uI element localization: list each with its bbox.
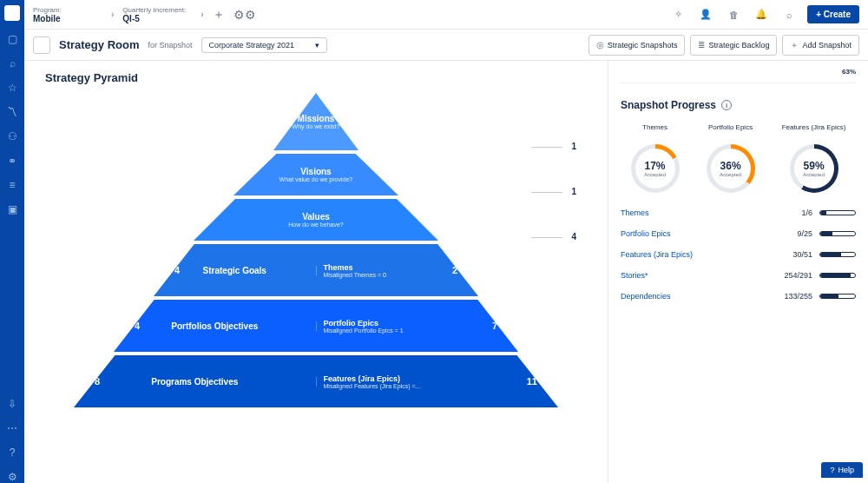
progress-row: Features (Jira Epics) 30/51 [621,250,856,259]
page-title: Strategy Room [59,38,139,51]
create-button[interactable]: + Create [807,5,859,23]
pyramid-level-programs[interactable]: 8 Programs Objectives Features (Jira Epi… [74,355,558,407]
camera-icon: ◎ [596,40,604,50]
strategic-backlog-button[interactable]: ≣Strategic Backlog [690,35,777,56]
pyramid-title: Strategy Pyramid [45,71,587,84]
donut-portfolio-epics[interactable]: Portfolio Epics 36% Accepted [707,123,755,193]
crumb-qi-label: Quarterly Increment: [122,6,192,14]
bars-icon[interactable]: ≡ [6,179,18,191]
progress-row-value: 254/291 [776,271,812,280]
help-button[interactable]: ?Help [821,462,863,478]
progress-row-name[interactable]: Dependencies [621,292,769,301]
chevron-right-icon: › [201,10,203,19]
level-count: 4 [571,232,576,242]
progress-row-value: 133/255 [776,292,812,301]
donut-themes[interactable]: Themes 17% Accepted [631,123,680,193]
for-snapshot-label: for Snapshot [148,41,192,50]
donut-ring: 36% Accepted [707,144,755,193]
progress-row: Dependencies 133/255 [621,292,856,301]
user-icon[interactable]: 👤 [696,5,715,24]
snapshot-select[interactable]: Corporate Strategy 2021 ▾ [201,37,328,53]
left-rail: ▢ ⌕ ☆ 〽 ⚇ ⚭ ≡ ▣ ⇩ ⋯ ? ⚙ [0,0,24,483]
pyramid-level-missions[interactable]: Missions Why do we exist? [273,93,358,150]
level-count: 1 [571,142,576,151]
donut-ring: 59% Accepted [790,144,838,193]
progress-row-value: 1/6 [776,208,812,217]
progress-row-bar [819,294,856,299]
progress-row: Portfolio Epics 9/25 [621,229,856,238]
donut-row: Themes 17% Accepted Portfolio Epics 36% … [621,123,856,193]
bell-icon[interactable]: 🔔 [752,5,771,24]
pyramid-panel: Strategy Pyramid Missions Why do we exis… [24,61,608,483]
snapshot-select-value: Corporate Strategy 2021 [209,41,295,50]
progress-row-bar [819,231,856,236]
trash-icon[interactable]: 🗑 [724,5,743,24]
pulse-icon[interactable]: 〽 [6,106,18,118]
progress-row-name[interactable]: Stories* [621,271,769,280]
progress-row-bar [819,210,856,215]
search-top-icon[interactable]: ⌕ [779,5,799,24]
snapshot-progress-title: Snapshot Progress i [621,99,856,111]
crumb-program[interactable]: Program: Mobile [33,6,102,23]
settings-icon[interactable]: ⚙ [6,471,18,483]
progress-row: Themes 1/6 [621,208,856,217]
help-icon: ? [830,466,834,474]
progress-row-name[interactable]: Portfolio Epics [621,229,769,238]
crumb-program-label: Program: [33,6,102,14]
pin-icon[interactable]: ✧ [668,5,687,24]
progress-row-value: 9/25 [776,229,812,238]
progress-row-name[interactable]: Features (Jira Epics) [621,250,769,259]
add-crumb-icon[interactable]: ＋ [213,7,225,23]
list-icon: ≣ [698,40,705,50]
box-icon[interactable]: ▢ [6,33,18,45]
app-logo[interactable] [4,5,20,21]
tree-icon[interactable]: ⚇ [6,130,18,142]
team-objectives-row: 63% [621,68,856,83]
page-toolbar: Strategy Room for Snapshot Corporate Str… [24,30,868,61]
export-icon[interactable]: ⇩ [6,398,18,410]
chevron-right-icon: › [111,10,114,19]
pyramid-level-strategic-goals[interactable]: 4 Strategic Goals Themes Misaligned Them… [154,244,478,296]
pyramid-level-portfolios[interactable]: 4 Portfolios Objectives Portfolio Epics … [114,300,518,352]
room-icon[interactable] [33,36,50,54]
pyramid: Missions Why do we exist? 1 Visions What… [56,93,576,440]
breadcrumb-bar: Program: Mobile › Quarterly Increment: Q… [24,0,868,30]
level-count: 1 [571,187,576,196]
progress-row-name[interactable]: Themes [621,208,769,217]
pyramid-level-values[interactable]: Values How do we behave? [194,199,438,241]
progress-rows: Themes 1/6 Portfolio Epics 9/25 Features… [621,208,856,301]
progress-row: Stories* 254/291 [621,271,856,280]
info-icon[interactable]: i [721,100,732,110]
crumb-program-value: Mobile [33,14,102,23]
nodes-icon[interactable]: ⚭ [6,155,18,167]
plus-icon: ＋ [790,39,799,51]
window-icon[interactable]: ▣ [6,203,18,215]
progress-row-bar [819,273,856,278]
donut-features[interactable]: Features (Jira Epics) 59% Accepted [782,123,846,193]
star-icon[interactable]: ☆ [6,82,18,94]
search-icon[interactable]: ⌕ [6,57,18,69]
pyramid-level-visions[interactable]: Visions What value do we provide? [233,154,398,195]
donut-ring: 17% Accepted [631,144,680,193]
add-snapshot-button[interactable]: ＋Add Snapshot [782,35,859,56]
help-rail-icon[interactable]: ? [6,447,18,459]
chevron-down-icon: ▾ [315,41,319,50]
crumb-qi-value: QI-5 [122,14,192,23]
snapshot-panel: 63% Snapshot Progress i Themes 17% Accep… [608,61,868,483]
progress-row-value: 30/51 [776,250,812,259]
strategic-snapshots-button[interactable]: ◎Strategic Snapshots [589,35,686,56]
progress-row-bar [819,252,856,257]
crumb-qi[interactable]: Quarterly Increment: QI-5 [122,6,192,23]
more-icon[interactable]: ⋯ [6,422,18,434]
team-objectives-pct: 63% [842,68,856,76]
gears-icon[interactable]: ⚙⚙ [233,8,256,22]
